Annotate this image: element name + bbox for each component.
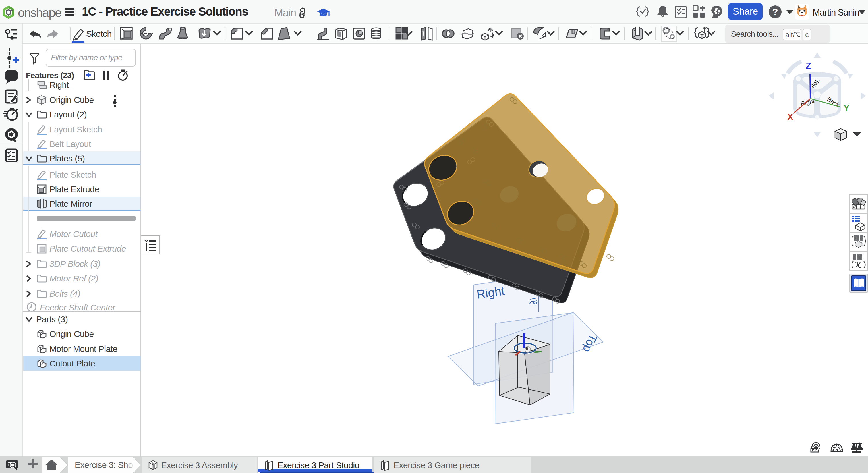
svg-text:Exercise 3: Sho: Exercise 3: Sho bbox=[75, 460, 133, 470]
svg-text:Z: Z bbox=[806, 61, 811, 71]
svg-text:Y: Y bbox=[844, 103, 849, 113]
svg-text:onshape: onshape bbox=[18, 6, 61, 20]
svg-text:Sketch: Sketch bbox=[86, 29, 112, 38]
svg-text:X: X bbox=[787, 112, 793, 122]
